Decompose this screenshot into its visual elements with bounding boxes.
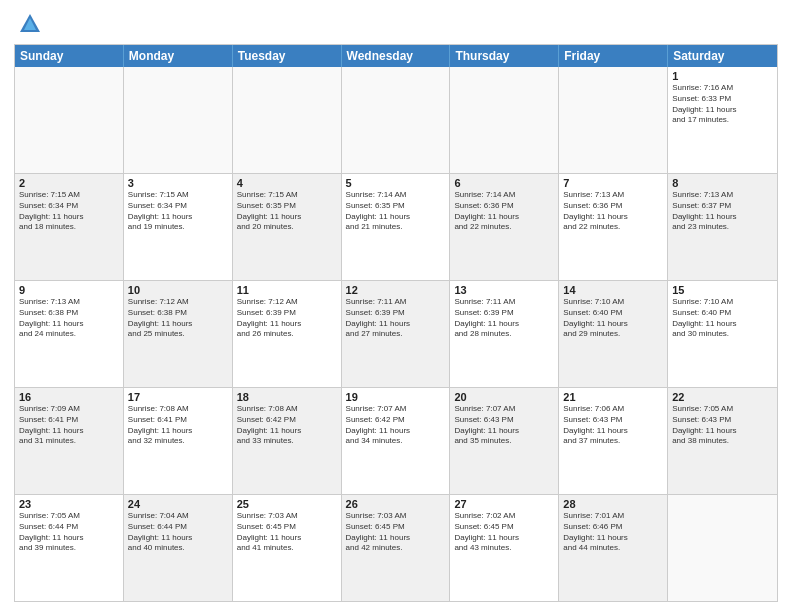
cell-info: Sunrise: 7:10 AM Sunset: 6:40 PM Dayligh… bbox=[672, 297, 773, 340]
cell-info: Sunrise: 7:01 AM Sunset: 6:46 PM Dayligh… bbox=[563, 511, 663, 554]
cell-info: Sunrise: 7:03 AM Sunset: 6:45 PM Dayligh… bbox=[346, 511, 446, 554]
cal-cell: 8Sunrise: 7:13 AM Sunset: 6:37 PM Daylig… bbox=[668, 174, 777, 280]
cal-cell: 7Sunrise: 7:13 AM Sunset: 6:36 PM Daylig… bbox=[559, 174, 668, 280]
cal-cell: 19Sunrise: 7:07 AM Sunset: 6:42 PM Dayli… bbox=[342, 388, 451, 494]
day-number: 23 bbox=[19, 498, 119, 510]
day-number: 15 bbox=[672, 284, 773, 296]
logo-icon bbox=[16, 10, 44, 38]
cal-cell: 4Sunrise: 7:15 AM Sunset: 6:35 PM Daylig… bbox=[233, 174, 342, 280]
day-number: 8 bbox=[672, 177, 773, 189]
page: SundayMondayTuesdayWednesdayThursdayFrid… bbox=[0, 0, 792, 612]
cal-cell: 9Sunrise: 7:13 AM Sunset: 6:38 PM Daylig… bbox=[15, 281, 124, 387]
day-number: 12 bbox=[346, 284, 446, 296]
cal-cell: 14Sunrise: 7:10 AM Sunset: 6:40 PM Dayli… bbox=[559, 281, 668, 387]
cal-cell: 11Sunrise: 7:12 AM Sunset: 6:39 PM Dayli… bbox=[233, 281, 342, 387]
day-number: 6 bbox=[454, 177, 554, 189]
cal-cell: 13Sunrise: 7:11 AM Sunset: 6:39 PM Dayli… bbox=[450, 281, 559, 387]
cell-info: Sunrise: 7:04 AM Sunset: 6:44 PM Dayligh… bbox=[128, 511, 228, 554]
cal-cell: 24Sunrise: 7:04 AM Sunset: 6:44 PM Dayli… bbox=[124, 495, 233, 601]
cal-cell: 25Sunrise: 7:03 AM Sunset: 6:45 PM Dayli… bbox=[233, 495, 342, 601]
day-number: 21 bbox=[563, 391, 663, 403]
day-number: 16 bbox=[19, 391, 119, 403]
col-header-tuesday: Tuesday bbox=[233, 45, 342, 67]
cell-info: Sunrise: 7:05 AM Sunset: 6:43 PM Dayligh… bbox=[672, 404, 773, 447]
cal-cell bbox=[450, 67, 559, 173]
cal-cell: 17Sunrise: 7:08 AM Sunset: 6:41 PM Dayli… bbox=[124, 388, 233, 494]
calendar: SundayMondayTuesdayWednesdayThursdayFrid… bbox=[14, 44, 778, 602]
day-number: 2 bbox=[19, 177, 119, 189]
col-header-saturday: Saturday bbox=[668, 45, 777, 67]
cal-cell bbox=[15, 67, 124, 173]
cal-cell bbox=[559, 67, 668, 173]
day-number: 24 bbox=[128, 498, 228, 510]
cell-info: Sunrise: 7:11 AM Sunset: 6:39 PM Dayligh… bbox=[454, 297, 554, 340]
week-row-2: 2Sunrise: 7:15 AM Sunset: 6:34 PM Daylig… bbox=[15, 174, 777, 281]
cal-cell: 28Sunrise: 7:01 AM Sunset: 6:46 PM Dayli… bbox=[559, 495, 668, 601]
day-number: 4 bbox=[237, 177, 337, 189]
cal-cell: 23Sunrise: 7:05 AM Sunset: 6:44 PM Dayli… bbox=[15, 495, 124, 601]
cell-info: Sunrise: 7:03 AM Sunset: 6:45 PM Dayligh… bbox=[237, 511, 337, 554]
day-number: 9 bbox=[19, 284, 119, 296]
cal-cell: 12Sunrise: 7:11 AM Sunset: 6:39 PM Dayli… bbox=[342, 281, 451, 387]
cal-cell: 26Sunrise: 7:03 AM Sunset: 6:45 PM Dayli… bbox=[342, 495, 451, 601]
cell-info: Sunrise: 7:15 AM Sunset: 6:34 PM Dayligh… bbox=[19, 190, 119, 233]
day-number: 14 bbox=[563, 284, 663, 296]
cell-info: Sunrise: 7:13 AM Sunset: 6:38 PM Dayligh… bbox=[19, 297, 119, 340]
cell-info: Sunrise: 7:15 AM Sunset: 6:34 PM Dayligh… bbox=[128, 190, 228, 233]
cell-info: Sunrise: 7:16 AM Sunset: 6:33 PM Dayligh… bbox=[672, 83, 773, 126]
cell-info: Sunrise: 7:02 AM Sunset: 6:45 PM Dayligh… bbox=[454, 511, 554, 554]
cell-info: Sunrise: 7:14 AM Sunset: 6:36 PM Dayligh… bbox=[454, 190, 554, 233]
cell-info: Sunrise: 7:05 AM Sunset: 6:44 PM Dayligh… bbox=[19, 511, 119, 554]
cell-info: Sunrise: 7:08 AM Sunset: 6:41 PM Dayligh… bbox=[128, 404, 228, 447]
day-number: 17 bbox=[128, 391, 228, 403]
day-number: 28 bbox=[563, 498, 663, 510]
cal-cell: 21Sunrise: 7:06 AM Sunset: 6:43 PM Dayli… bbox=[559, 388, 668, 494]
day-number: 13 bbox=[454, 284, 554, 296]
cal-cell: 15Sunrise: 7:10 AM Sunset: 6:40 PM Dayli… bbox=[668, 281, 777, 387]
day-number: 18 bbox=[237, 391, 337, 403]
day-number: 3 bbox=[128, 177, 228, 189]
calendar-header-row: SundayMondayTuesdayWednesdayThursdayFrid… bbox=[15, 45, 777, 67]
day-number: 27 bbox=[454, 498, 554, 510]
col-header-sunday: Sunday bbox=[15, 45, 124, 67]
calendar-body: 1Sunrise: 7:16 AM Sunset: 6:33 PM Daylig… bbox=[15, 67, 777, 601]
day-number: 25 bbox=[237, 498, 337, 510]
cal-cell: 6Sunrise: 7:14 AM Sunset: 6:36 PM Daylig… bbox=[450, 174, 559, 280]
day-number: 20 bbox=[454, 391, 554, 403]
cal-cell: 22Sunrise: 7:05 AM Sunset: 6:43 PM Dayli… bbox=[668, 388, 777, 494]
cal-cell: 18Sunrise: 7:08 AM Sunset: 6:42 PM Dayli… bbox=[233, 388, 342, 494]
cal-cell: 1Sunrise: 7:16 AM Sunset: 6:33 PM Daylig… bbox=[668, 67, 777, 173]
day-number: 7 bbox=[563, 177, 663, 189]
cell-info: Sunrise: 7:06 AM Sunset: 6:43 PM Dayligh… bbox=[563, 404, 663, 447]
cell-info: Sunrise: 7:12 AM Sunset: 6:39 PM Dayligh… bbox=[237, 297, 337, 340]
cal-cell bbox=[342, 67, 451, 173]
cal-cell: 5Sunrise: 7:14 AM Sunset: 6:35 PM Daylig… bbox=[342, 174, 451, 280]
cal-cell bbox=[233, 67, 342, 173]
day-number: 10 bbox=[128, 284, 228, 296]
col-header-friday: Friday bbox=[559, 45, 668, 67]
cell-info: Sunrise: 7:08 AM Sunset: 6:42 PM Dayligh… bbox=[237, 404, 337, 447]
cal-cell: 20Sunrise: 7:07 AM Sunset: 6:43 PM Dayli… bbox=[450, 388, 559, 494]
cal-cell: 3Sunrise: 7:15 AM Sunset: 6:34 PM Daylig… bbox=[124, 174, 233, 280]
week-row-1: 1Sunrise: 7:16 AM Sunset: 6:33 PM Daylig… bbox=[15, 67, 777, 174]
cal-cell: 10Sunrise: 7:12 AM Sunset: 6:38 PM Dayli… bbox=[124, 281, 233, 387]
cal-cell: 16Sunrise: 7:09 AM Sunset: 6:41 PM Dayli… bbox=[15, 388, 124, 494]
week-row-5: 23Sunrise: 7:05 AM Sunset: 6:44 PM Dayli… bbox=[15, 495, 777, 601]
col-header-thursday: Thursday bbox=[450, 45, 559, 67]
cal-cell: 2Sunrise: 7:15 AM Sunset: 6:34 PM Daylig… bbox=[15, 174, 124, 280]
day-number: 22 bbox=[672, 391, 773, 403]
header bbox=[14, 10, 778, 38]
cell-info: Sunrise: 7:11 AM Sunset: 6:39 PM Dayligh… bbox=[346, 297, 446, 340]
day-number: 5 bbox=[346, 177, 446, 189]
cell-info: Sunrise: 7:09 AM Sunset: 6:41 PM Dayligh… bbox=[19, 404, 119, 447]
week-row-4: 16Sunrise: 7:09 AM Sunset: 6:41 PM Dayli… bbox=[15, 388, 777, 495]
cell-info: Sunrise: 7:07 AM Sunset: 6:42 PM Dayligh… bbox=[346, 404, 446, 447]
day-number: 11 bbox=[237, 284, 337, 296]
cal-cell: 27Sunrise: 7:02 AM Sunset: 6:45 PM Dayli… bbox=[450, 495, 559, 601]
col-header-wednesday: Wednesday bbox=[342, 45, 451, 67]
logo bbox=[14, 10, 44, 38]
day-number: 19 bbox=[346, 391, 446, 403]
cal-cell bbox=[668, 495, 777, 601]
cell-info: Sunrise: 7:13 AM Sunset: 6:36 PM Dayligh… bbox=[563, 190, 663, 233]
cell-info: Sunrise: 7:12 AM Sunset: 6:38 PM Dayligh… bbox=[128, 297, 228, 340]
